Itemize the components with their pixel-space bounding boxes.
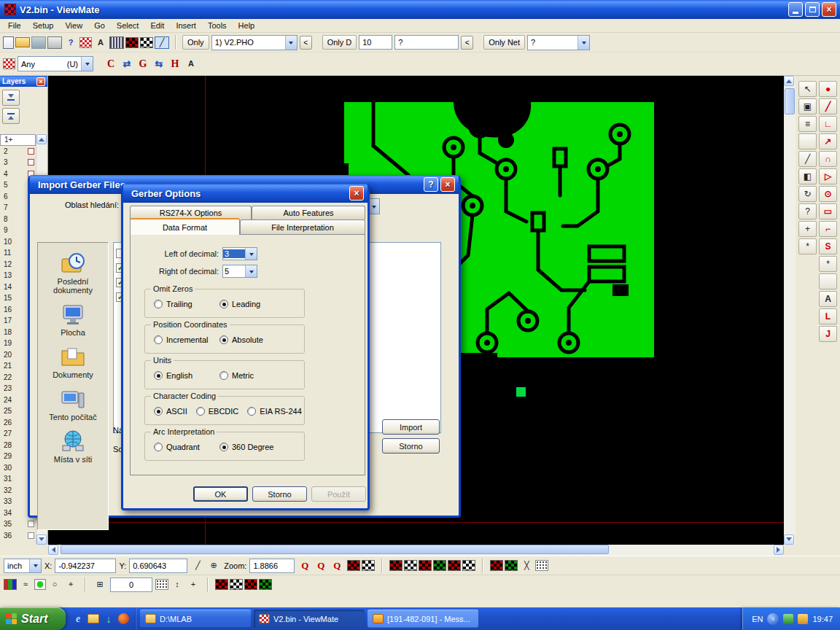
snap-origin-button[interactable]: ⊕ [206,559,221,572]
draw-rectangle-button[interactable]: ▭ [819,203,837,219]
folder-launch-button[interactable] [88,614,99,623]
pattern-6-button[interactable] [462,560,475,571]
filled-square-button[interactable] [798,133,817,149]
waveform-button[interactable]: ≈ [18,578,33,591]
right-of-decimal-combo[interactable]: 5 [222,265,257,278]
dcode-grid-button[interactable] [79,37,92,48]
radio-eia-rs244[interactable]: EIA RS-244 [247,407,301,416]
layer-up-button[interactable] [2,108,20,124]
mirror-tool-button[interactable]: ◧ [798,168,817,184]
letter-g-button[interactable]: G [136,58,150,70]
tab-data-format[interactable]: Data Format [130,218,240,235]
letter-a-button[interactable]: A [184,58,198,70]
radio-incremental[interactable]: Incremental [154,335,219,344]
radio-quadrant[interactable]: Quadrant [154,443,219,451]
start-button[interactable]: Start [0,607,66,630]
draw-vector-button[interactable]: ↗ [819,133,837,149]
prev-net-button[interactable]: < [461,36,473,50]
scroll-down-button[interactable] [784,534,794,545]
horizontal-scrollbar[interactable] [48,545,784,556]
print-button[interactable] [47,36,62,49]
hide-icons-button[interactable]: ‹ [767,613,779,625]
zoom-area-button[interactable]: ▣ [798,98,817,114]
place-desktop[interactable]: Plocha [39,303,106,337]
menu-go[interactable]: Go [88,20,111,31]
dot-matrix-button[interactable] [535,560,548,571]
step-field[interactable]: 0 [110,578,152,592]
grid-mono-button[interactable] [140,37,153,48]
pattern-3-button[interactable] [419,560,432,571]
grid-color-button[interactable] [125,37,139,48]
tab-auto-features[interactable]: Auto Features [252,206,365,219]
radio-trailing[interactable]: Trailing [154,300,219,308]
cancel-button[interactable]: Storno [382,438,440,454]
taskbar-item-viewmate[interactable]: V2.bin - ViewMate [254,610,365,628]
chevron-down-icon[interactable] [245,248,257,260]
draw-pad-button[interactable]: ● [819,81,837,97]
maximize-button[interactable] [805,2,820,17]
zoom-in-button[interactable]: Q [298,559,312,572]
draw-polyline-button[interactable]: ∟ [819,116,837,132]
x-coordinate-field[interactable]: -0.942237 [55,559,116,573]
menu-tools[interactable]: Tools [202,20,233,31]
pattern-r1-button[interactable] [215,579,228,590]
save-button[interactable] [31,36,46,49]
import-button[interactable]: Import [382,419,440,435]
close-button[interactable]: × [822,2,836,17]
probe-button[interactable]: ⌖ [63,578,78,591]
dcode-input[interactable]: 10 [359,35,392,50]
pattern-5-button[interactable] [448,560,461,571]
left-of-decimal-combo[interactable]: 3 [222,247,257,260]
menu-setup[interactable]: Setup [27,20,60,31]
only-layer-toggle[interactable]: Only [182,35,209,50]
cancel-button[interactable]: Storno [252,486,307,502]
layer-colors-button[interactable] [4,579,17,590]
tab-file-interpretation[interactable]: File Interpretation [240,219,365,234]
chevron-down-icon[interactable] [285,36,297,50]
lamp-button[interactable]: ○ [47,578,62,591]
pattern-2-button[interactable] [404,560,417,571]
pattern-4-button[interactable] [433,560,446,571]
apply-button[interactable]: Použít [311,486,366,502]
minimize-button[interactable] [788,2,803,17]
crosshair-small-button[interactable]: + [186,578,201,591]
layer-stack-button[interactable]: ≡ [798,116,817,132]
menu-insert[interactable]: Insert [170,20,202,31]
browser-globe-button[interactable] [118,613,129,624]
measure-2-button[interactable]: ╳ [519,559,534,572]
letter-c-button[interactable]: C [104,58,118,70]
zoom-select-button[interactable]: Q [330,559,344,572]
horizontal-scroll-thumb[interactable] [61,545,609,554]
options-tool-button[interactable]: * [798,238,817,254]
layer-color-swatch[interactable] [28,532,34,539]
layer-row-35[interactable]: 35 [0,518,36,530]
menu-file[interactable]: File [2,20,27,31]
pattern-r3-button[interactable] [244,579,257,590]
layer-down-button[interactable] [2,90,20,106]
close-button[interactable]: × [440,177,455,192]
scroll-up-button[interactable] [784,76,794,86]
grid-small-1-button[interactable] [490,560,503,571]
gerber-options-titlebar[interactable]: Gerber Options × [123,184,368,203]
chevron-down-icon[interactable] [578,36,589,50]
grid-toggle-button[interactable]: ⊞ [93,578,107,591]
place-documents[interactable]: Dokumenty [39,345,106,379]
window-titlebar[interactable]: V2.bin - ViewMate × [0,0,840,19]
net-combo[interactable]: ? [527,35,590,50]
vertical-scroll-thumb[interactable] [785,88,795,114]
dimension-l-button[interactable]: L [819,308,837,324]
menu-help[interactable]: Help [233,20,261,31]
active-layer-row[interactable]: 1+ [0,134,36,146]
draw-sline-button[interactable]: S [819,238,837,254]
download-arrow-button[interactable]: ↓ [102,612,115,626]
dot-grid-button[interactable] [155,579,168,590]
film-select-button[interactable] [3,58,15,69]
pattern-1-button[interactable] [389,560,402,571]
chevron-down-icon[interactable] [81,57,93,71]
context-help-button[interactable]: ? [63,36,78,49]
units-combo[interactable]: inch [4,559,42,573]
grid-color-button[interactable] [347,560,360,571]
internet-explorer-button[interactable]: e [71,612,85,626]
item-filter-combo[interactable]: Any (U) [18,56,93,71]
draw-target-button[interactable]: ⊙ [819,186,837,202]
